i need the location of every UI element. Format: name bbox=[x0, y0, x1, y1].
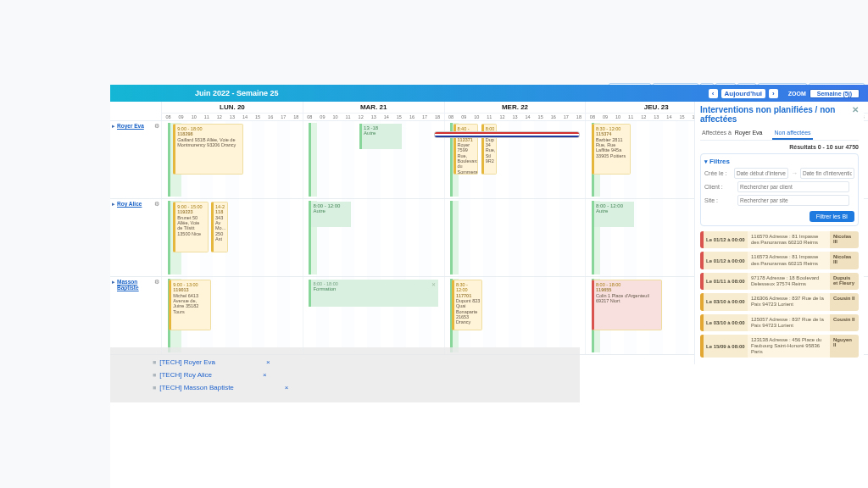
tab-affectees[interactable]: Affectées à Royer Eva bbox=[700, 127, 764, 140]
tech-row-label[interactable]: ▸ Masson Baptiste⚙ bbox=[110, 277, 161, 354]
intervention-event[interactable]: 8:30 - 12:00117701Dupont 823 Quai Bonapa… bbox=[452, 280, 482, 330]
day-label: MER. 22 bbox=[445, 102, 586, 113]
day-cell[interactable]: 8:00 - 18:00Formation✕ bbox=[303, 277, 444, 354]
result-count: Résultats 0 - 10 sur 4750 bbox=[700, 144, 859, 150]
day-label: LUN. 20 bbox=[162, 102, 303, 113]
tech-chip[interactable]: [TECH] Royer Eva× bbox=[153, 356, 537, 369]
calendar-header: Juin 2022 - Semaine 25 ‹ Aujourd'hui › Z… bbox=[110, 85, 868, 102]
other-block[interactable]: 13 -18Autre bbox=[359, 124, 402, 149]
filter-button[interactable]: Filtrer les BI bbox=[810, 211, 854, 222]
tech-row-label[interactable]: ▸ Royer Eva⚙ bbox=[110, 121, 161, 198]
bi-list: Le 01/12 à 00:00116570 Adresse : 81 Impa… bbox=[700, 231, 859, 358]
intervention-event[interactable]: 9:00 - 13:00119013Michel 6413 Avenue de,… bbox=[169, 280, 211, 330]
panel-title: Interventions non planifiées / non affec… bbox=[700, 105, 859, 124]
filters-title[interactable]: Filtres bbox=[704, 158, 854, 165]
tab-non-affectees[interactable]: Non affectées bbox=[772, 127, 812, 140]
other-block[interactable]: 8:00 - 12:00Autre bbox=[309, 202, 351, 227]
today-button[interactable]: Aujourd'hui bbox=[721, 89, 766, 98]
zoom-select[interactable]: Semaine (5j) bbox=[810, 89, 860, 98]
bi-card[interactable]: Le 03/10 à 00:00126306 Adresse : 837 Rue… bbox=[700, 293, 859, 310]
close-icon[interactable]: ✕ bbox=[852, 105, 859, 124]
other-block[interactable]: 8:00 - 12:00Autre bbox=[592, 202, 634, 227]
tech-row-label[interactable]: ▸ Roy Alice⚙ bbox=[110, 199, 161, 276]
day-cell[interactable]: 9:00 - 18:00118298Gaillard 931B Allée, V… bbox=[161, 121, 303, 198]
intervention-event[interactable]: 9:00 - 15:00119223Brunet 50 Allée, Voie … bbox=[173, 202, 208, 252]
day-cell[interactable]: +1 autre bbox=[444, 199, 586, 276]
prev-button[interactable]: ‹ bbox=[709, 89, 718, 98]
tech-chip[interactable]: [TECH] Roy Alice× bbox=[153, 369, 537, 381]
intervention-event[interactable]: 14-2118343 Av Mo... 250 Ast bbox=[211, 202, 228, 252]
bi-card[interactable]: Le 15/09 à 08:00123138 Adresse : 456 Pla… bbox=[700, 335, 859, 358]
side-panel: Interventions non planifiées / non affec… bbox=[694, 102, 864, 364]
intervention-event[interactable]: 8:30 - 12:00115374Barbier 2811 Rue, Rue … bbox=[592, 124, 631, 175]
day-cell[interactable]: 9:00 - 15:00119223Brunet 50 Allée, Voie … bbox=[161, 199, 303, 276]
bi-card[interactable]: Le 01/11 à 08:0097178 Adresse : 18 Boule… bbox=[700, 273, 859, 290]
filters: Filtres Crée le : → Client : Site : Filt… bbox=[700, 153, 859, 226]
bi-card[interactable]: Le 01/12 à 00:00116573 Adresse : 81 Impa… bbox=[700, 252, 859, 269]
date-start-input[interactable] bbox=[734, 168, 788, 179]
day-cell[interactable]: 13 -18Autre bbox=[303, 121, 444, 198]
bi-card[interactable]: Le 03/10 à 00:00125057 Adresse : 837 Rue… bbox=[700, 314, 859, 331]
day-cell[interactable]: 9:00 - 13:00119013Michel 6413 Avenue de,… bbox=[161, 277, 303, 354]
formation-block[interactable]: 8:00 - 18:00Formation✕ bbox=[309, 280, 438, 307]
tech-chip[interactable]: [TECH] Masson Baptiste× bbox=[153, 381, 537, 394]
calendar-nav: ‹ Aujourd'hui › ZOOM Semaine (5j) bbox=[709, 89, 860, 98]
day-cell[interactable]: 8:30 - 12:00117701Dupont 823 Quai Bonapa… bbox=[444, 277, 586, 354]
panel-tabs: Affectées à Royer Eva Non affectées bbox=[700, 127, 859, 141]
intervention-event[interactable]: 8:00 - 18:00119655Colin 1 Place d'Argent… bbox=[592, 280, 662, 330]
date-end-input[interactable] bbox=[800, 168, 854, 179]
bi-card[interactable]: Le 01/12 à 00:00116570 Adresse : 81 Impa… bbox=[700, 231, 859, 248]
technician-chips: [TECH] Royer Eva×[TECH] Roy Alice×[TECH]… bbox=[110, 347, 580, 402]
client-input[interactable] bbox=[737, 181, 849, 192]
fr-holiday-strip bbox=[434, 131, 580, 138]
intervention-event[interactable]: 9:00 - 18:00118298Gaillard 931B Allée, V… bbox=[173, 124, 243, 175]
next-button[interactable]: › bbox=[769, 89, 778, 98]
calendar-title: Juin 2022 - Semaine 25 bbox=[119, 89, 279, 97]
day-label: MAR. 21 bbox=[303, 102, 444, 113]
site-input[interactable] bbox=[737, 195, 849, 206]
zoom-label: ZOOM bbox=[788, 91, 806, 97]
day-cell[interactable]: 8:00 - 12:00Autre bbox=[303, 199, 444, 276]
